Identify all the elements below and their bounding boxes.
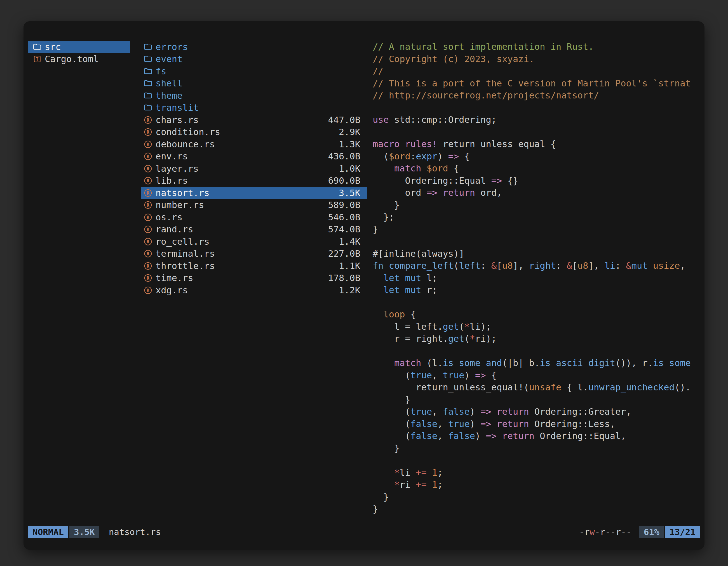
code-line: let mut l; — [373, 272, 704, 284]
code-line: // A natural sort implementation in Rust… — [373, 41, 704, 53]
svg-text:R: R — [147, 239, 149, 244]
folder-icon — [143, 54, 153, 64]
item-name: env.rs — [156, 151, 188, 162]
rust-icon: R — [143, 176, 153, 186]
current-item-lib.rs[interactable]: Rlib.rs690.0B — [141, 175, 367, 187]
current-item-time.rs[interactable]: Rtime.rs178.0B — [141, 272, 367, 284]
current-pane: errorseventfsshellthemetranslitRchars.rs… — [141, 41, 367, 526]
code-line: } — [373, 224, 704, 236]
current-item-natsort.rs[interactable]: Rnatsort.rs3.5K — [141, 187, 367, 199]
size-badge: 3.5K — [69, 526, 99, 538]
svg-text:R: R — [147, 130, 149, 135]
current-item-condition.rs[interactable]: Rcondition.rs2.9K — [141, 126, 367, 139]
current-item-event[interactable]: event — [141, 53, 367, 65]
item-name: event — [156, 54, 182, 64]
item-name: ro_cell.rs — [156, 236, 210, 247]
current-item-xdg.rs[interactable]: Rxdg.rs1.2K — [141, 284, 367, 296]
item-size: 1.1K — [339, 261, 360, 271]
current-item-throttle.rs[interactable]: Rthrottle.rs1.1K — [141, 260, 367, 272]
current-item-shell[interactable]: shell — [141, 78, 367, 90]
item-size: 447.0B — [328, 115, 360, 125]
item-size: 2.9K — [339, 127, 360, 137]
code-line: } — [373, 199, 704, 212]
code-line: (false, false) => return Ordering::Equal… — [373, 430, 704, 442]
svg-text:R: R — [147, 166, 149, 171]
item-name: Cargo.toml — [45, 54, 99, 64]
item-name: throttle.rs — [156, 261, 215, 271]
folder-icon — [143, 91, 153, 100]
current-item-terminal.rs[interactable]: Rterminal.rs227.0B — [141, 248, 367, 260]
item-name: lib.rs — [156, 175, 188, 186]
code-line: (true, true) => { — [373, 369, 704, 382]
rust-icon: R — [143, 127, 153, 137]
code-line: (false, true) => return Ordering::Less, — [373, 418, 704, 430]
item-name: fs — [156, 66, 166, 77]
svg-text:R: R — [147, 252, 149, 257]
current-item-env.rs[interactable]: Renv.rs436.0B — [141, 151, 367, 163]
code-line: fn compare_left(left: &[u8], right: &[u8… — [373, 260, 704, 272]
rust-icon: R — [143, 261, 153, 271]
preview-pane[interactable]: // A natural sort implementation in Rust… — [369, 41, 704, 526]
folder-icon — [143, 42, 153, 52]
rust-icon: R — [143, 188, 153, 198]
item-size: 1.0K — [339, 163, 360, 174]
code-line: } — [373, 442, 704, 455]
code-line: let mut r; — [373, 284, 704, 296]
item-name: debounce.rs — [156, 139, 215, 150]
code-line: macro_rules! return_unless_equal { — [373, 138, 704, 151]
item-name: translit — [156, 102, 199, 113]
current-item-ro_cell.rs[interactable]: Rro_cell.rs1.4K — [141, 236, 367, 248]
current-item-theme[interactable]: theme — [141, 90, 367, 102]
rust-icon: R — [143, 237, 153, 247]
svg-text:R: R — [147, 288, 149, 293]
code-line: l = left.get(*li); — [373, 321, 704, 333]
percent-badge: 61% — [639, 526, 664, 538]
svg-text:R: R — [147, 154, 149, 159]
item-size: 589.0B — [328, 200, 360, 210]
toml-icon: T — [32, 54, 42, 64]
item-size: 690.0B — [328, 175, 360, 186]
item-name: chars.rs — [156, 115, 199, 125]
code-line: // http://sourcefrog.net/projects/natsor… — [373, 90, 704, 102]
code-line: // — [373, 65, 704, 78]
code-line: // This is a port of the C version of Ma… — [373, 78, 704, 90]
folder-icon — [143, 103, 153, 112]
code-line: Ordering::Equal => {} — [373, 175, 704, 187]
item-size: 1.2K — [339, 285, 360, 295]
code-line: (true, false) => return Ordering::Greate… — [373, 406, 704, 418]
current-item-layer.rs[interactable]: Rlayer.rs1.0K — [141, 163, 367, 175]
rust-icon: R — [143, 285, 153, 295]
svg-text:R: R — [147, 179, 149, 184]
item-name: number.rs — [156, 200, 204, 210]
current-item-rand.rs[interactable]: Rrand.rs574.0B — [141, 224, 367, 236]
current-item-translit[interactable]: translit — [141, 102, 367, 114]
svg-text:R: R — [147, 227, 149, 232]
current-item-chars.rs[interactable]: Rchars.rs447.0B — [141, 114, 367, 126]
status-right: -rw-r--r-- 61% 13/21 — [579, 526, 700, 538]
current-item-number.rs[interactable]: Rnumber.rs589.0B — [141, 199, 367, 212]
item-name: src — [45, 42, 61, 52]
code-line — [373, 236, 704, 248]
status-filename: natsort.rs — [109, 527, 161, 537]
current-item-debounce.rs[interactable]: Rdebounce.rs1.3K — [141, 138, 367, 151]
item-size: 3.5K — [339, 188, 360, 198]
code-line: #[inline(always)] — [373, 248, 704, 260]
parent-item-src[interactable]: src — [28, 41, 130, 53]
code-line: return_unless_equal!(unsafe { l.unwrap_u… — [373, 381, 704, 394]
rust-icon: R — [143, 249, 153, 259]
svg-text:R: R — [147, 215, 149, 220]
code-line: } — [373, 503, 704, 515]
svg-text:R: R — [147, 203, 149, 208]
rust-icon: R — [143, 152, 153, 161]
item-name: layer.rs — [156, 163, 199, 174]
rust-icon: R — [143, 115, 153, 125]
svg-text:R: R — [147, 142, 149, 147]
code-line — [373, 102, 704, 114]
current-item-errors[interactable]: errors — [141, 41, 367, 53]
svg-text:R: R — [147, 191, 149, 196]
current-item-fs[interactable]: fs — [141, 65, 367, 78]
code-line — [373, 345, 704, 357]
status-bar: NORMAL 3.5K natsort.rs -rw-r--r-- 61% 13… — [28, 526, 700, 538]
current-item-os.rs[interactable]: Ros.rs546.0B — [141, 211, 367, 224]
parent-item-Cargo.toml[interactable]: TCargo.toml — [28, 53, 130, 65]
